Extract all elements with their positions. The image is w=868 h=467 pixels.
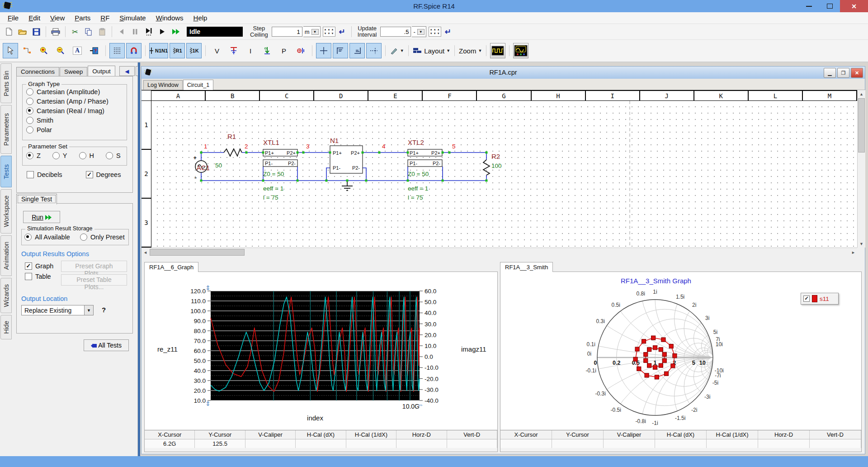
run-button-toolbar[interactable] [156,25,169,38]
menu-item-windows[interactable]: Windows [151,12,189,24]
step-button[interactable] [142,25,155,38]
menu-item-view[interactable]: View [45,12,70,24]
menu-item-file[interactable]: File [3,12,24,24]
radio-s[interactable]: S [106,152,121,159]
canvas-vertical-scrollbar[interactable]: ▲ ▼ [857,90,865,248]
step-ceiling-spinner[interactable]: ▲▲▲▼▼▼ [323,27,335,37]
save-button[interactable] [30,25,42,38]
print-button[interactable] [49,25,62,38]
canvas-horizontal-scrollbar[interactable]: ◄ ► [142,248,857,257]
open-file-button[interactable] [16,25,29,38]
tracking-cursor-button[interactable] [366,43,382,58]
checkbox-graph[interactable]: ✓Graph [25,262,53,270]
current-probe-button[interactable] [259,43,275,58]
tab-smith[interactable]: RF1A__3_Smith [500,262,553,272]
window-close-button[interactable]: ✕ [840,0,868,12]
caliper-horizontal-button[interactable] [333,43,348,58]
radio-cartesian-amplitude-[interactable]: Cartesian (Amplitude) [26,88,127,95]
dock-panel-button[interactable]: ◄ [119,66,135,76]
window-restore-button[interactable] [819,0,840,12]
voltage-label-button[interactable]: V [209,43,225,58]
menu-item-help[interactable]: Help [189,12,212,24]
update-interval-unit-select[interactable]: -▼ [412,26,426,37]
scroll-right-icon[interactable]: ► [849,248,857,256]
radio-cartesian-real-imag-[interactable]: Cartesian (Real / Imag) [26,107,127,114]
step-ceiling-input[interactable] [272,27,302,37]
update-interval-input[interactable] [380,27,411,37]
radio-all-available[interactable]: All Available [24,234,70,241]
help-pick-button[interactable]: ? [86,43,102,58]
tab-graph[interactable]: RF1A__6_Graph [144,262,198,272]
radio-h[interactable]: H [79,152,94,159]
power-probe-button[interactable] [293,43,308,58]
menu-item-rf[interactable]: RF [95,12,114,24]
pen-style-button[interactable]: ▼ [389,43,405,58]
checkbox-table[interactable]: Table [25,273,53,280]
radio-z[interactable]: Z [26,152,41,159]
smith-legend[interactable]: ✓ s11 [801,293,839,305]
new-file-button[interactable] [3,25,15,38]
preset-table-plots-button[interactable]: Preset Table Plots... [61,274,127,286]
sidebar-item-wizards[interactable]: Wizards [0,278,12,313]
sidebar-item-hide[interactable]: Hide [0,315,12,339]
text-tool-button[interactable]: A [70,43,85,58]
tab-single-test[interactable]: Single Test [16,194,57,205]
scroll-up-icon[interactable]: ▲ [858,90,865,98]
tab-connections[interactable]: Connections [16,67,59,76]
zoom-in-button[interactable] [36,43,52,58]
digital-scope-button[interactable] [490,43,505,58]
snap-toggle-button[interactable] [126,43,142,58]
paste-button[interactable] [96,25,108,38]
radio-y[interactable]: Y [52,152,67,159]
grid-toggle-button[interactable] [109,43,125,58]
tab-sweep[interactable]: Sweep [60,67,87,76]
tab-output[interactable]: Output [88,66,115,76]
radio-smith[interactable]: Smith [26,117,127,124]
current-label-button[interactable]: I [243,43,258,58]
zoom-menu-button[interactable]: Zoom▼ [458,43,482,58]
part-names-button[interactable]: R1 [170,43,185,58]
checkbox-decibels[interactable]: Decibels [27,171,62,178]
sidebar-item-tests[interactable]: Tests [0,156,12,187]
select-tool-button[interactable] [3,43,18,58]
pause-button[interactable] [129,25,142,38]
tab-log-window[interactable]: Log Window [143,80,183,90]
radio-polar[interactable]: Polar [26,126,127,133]
radio-cartesian-amp-phase-[interactable]: Cartesian (Amp / Phase) [26,98,127,105]
tab-circuit-1[interactable]: Circuit_1 [183,80,213,90]
menu-item-edit[interactable]: Edit [24,12,45,24]
apply-interval-icon[interactable]: ↵ [445,27,451,37]
legend-checkbox[interactable]: ✓ [803,295,810,302]
graph-plot-area[interactable]: 120.0110.0100.090.080.070.060.050.040.03… [144,272,498,452]
step-back-button[interactable] [115,25,128,38]
output-location-select[interactable]: Replace Existing [21,305,85,315]
sidebar-item-parts-bin[interactable]: Parts Bin [0,63,12,103]
part-values-button[interactable]: 1K [186,43,202,58]
schematic-canvas[interactable]: 12345R1XTL1N1XTL2R2AC150100Z0 = 50eeff =… [151,101,857,248]
sidebar-item-animation[interactable]: Animation [0,235,12,276]
radio-only-preset[interactable]: Only Preset [80,234,125,241]
sidebar-item-parameters[interactable]: Parameters [0,105,12,154]
run-button[interactable]: Run [23,211,60,223]
menu-item-parts[interactable]: Parts [70,12,95,24]
output-location-help[interactable]: ? [102,306,106,314]
cursor-tool-button[interactable] [316,43,331,58]
scroll-down-icon[interactable]: ▼ [858,240,865,248]
apply-step-icon[interactable]: ↵ [339,27,345,37]
mdi-restore-button[interactable]: ❐ [837,68,849,78]
analog-scope-button[interactable] [513,43,528,58]
window-minimize-button[interactable] [798,0,819,12]
copy-button[interactable] [82,25,95,38]
preset-graph-plots-button[interactable]: Preset Graph Plots... [61,261,127,272]
update-interval-spinner[interactable]: ▲▲▲▼▼▼ [429,27,441,37]
checkbox-degrees[interactable]: ✓Degrees [86,171,121,178]
all-tests-button[interactable]: All Tests [84,339,129,351]
zoom-out-button[interactable] [53,43,68,58]
output-location-dropdown-button[interactable]: ▼ [85,305,94,315]
cut-button[interactable]: ✂ [69,25,81,38]
menu-item-simulate[interactable]: Simulate [114,12,151,24]
smith-plot-area[interactable]: RF1A__3_Smith Graph0.1i-0.1i0.3i-0.3i0.5… [500,272,862,452]
mdi-close-button[interactable]: ✕ [851,68,863,78]
node-labels-button[interactable]: N1N1 [149,43,168,58]
step-ceiling-unit-select[interactable]: m▼ [303,26,321,37]
